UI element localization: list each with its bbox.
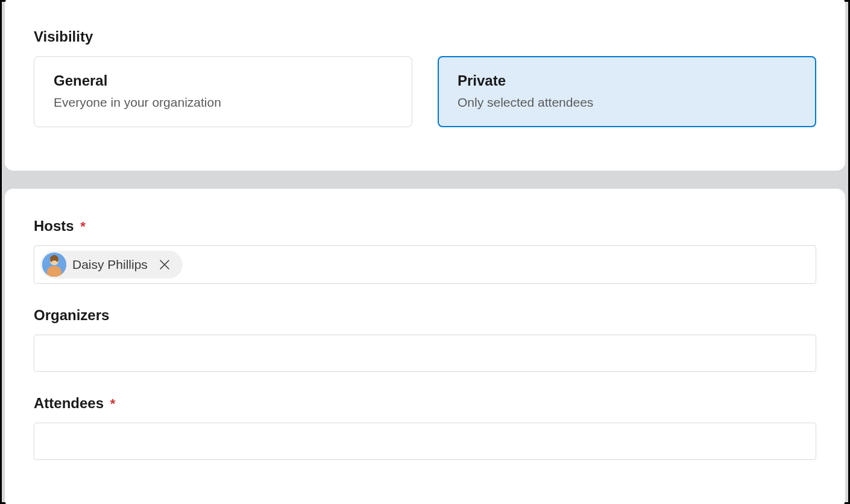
hosts-label-text: Hosts [34,218,74,234]
visibility-option-description: Everyone in your organization [54,95,392,110]
attendees-label-text: Attendees [34,395,104,411]
avatar-icon [42,253,66,277]
hosts-input-box[interactable]: Daisy Phillips [34,245,816,284]
hosts-field: Hosts * Daisy Phillips [34,218,816,284]
page-frame: Visibility General Everyone in your orga… [2,2,848,502]
visibility-option-private[interactable]: Private Only selected attendees [438,56,816,127]
organizers-input-box[interactable] [34,335,816,372]
attendees-input[interactable] [40,429,810,453]
organizers-label-text: Organizers [34,307,109,323]
hosts-label: Hosts * [34,218,816,235]
visibility-option-general[interactable]: General Everyone in your organization [34,56,412,127]
organizers-field: Organizers [34,307,816,372]
attendees-input-box[interactable] [34,423,816,460]
close-icon [159,259,171,271]
visibility-label: Visibility [34,28,816,45]
required-indicator: * [80,219,86,234]
people-card: Hosts * Daisy Phillips [5,189,845,504]
attendees-label: Attendees * [34,395,816,412]
attendees-field: Attendees * [34,395,816,460]
visibility-options-row: General Everyone in your organization Pr… [34,56,816,127]
required-indicator: * [110,396,116,411]
remove-chip-button[interactable] [156,256,173,273]
host-chip-name: Daisy Phillips [72,257,148,272]
visibility-option-title: Private [458,72,796,89]
visibility-option-title: General [54,72,392,89]
organizers-label: Organizers [34,307,816,324]
organizers-input[interactable] [40,341,810,365]
avatar [42,253,66,277]
visibility-card: Visibility General Everyone in your orga… [5,0,845,171]
hosts-input[interactable] [186,253,810,277]
visibility-option-description: Only selected attendees [458,95,796,110]
host-chip: Daisy Phillips [40,251,183,279]
